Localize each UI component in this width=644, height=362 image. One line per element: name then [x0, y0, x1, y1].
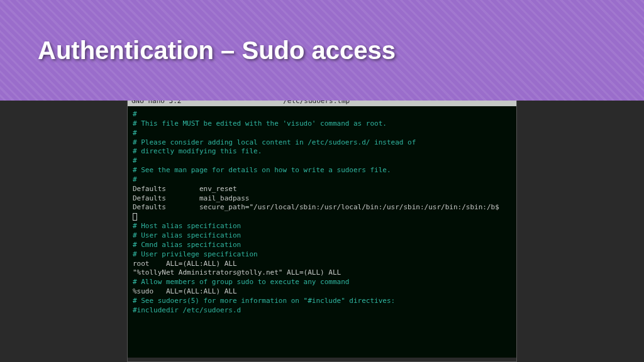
terminal-line — [133, 212, 511, 222]
editor-content[interactable]: ## This file MUST be edited with the 'vi… — [128, 106, 516, 358]
terminal-line: # See the man page for details on how to… — [133, 166, 511, 175]
terminal-line: # Please consider adding local content i… — [133, 138, 511, 148]
cursor-icon — [133, 213, 137, 221]
terminal-line: # — [133, 110, 511, 119]
terminal-line: # User privilege specification — [133, 250, 511, 260]
terminal-line: # directly modifying this file. — [133, 147, 511, 156]
terminal-line: Defaults secure_path="/usr/local/sbin:/u… — [133, 203, 511, 212]
slide-header: Authentication – Sudo access — [0, 0, 644, 101]
terminal-line: Defaults env_reset — [133, 185, 511, 194]
terminal-line: root ALL=(ALL:ALL) ALL — [133, 260, 511, 269]
terminal-line: #includedir /etc/sudoers.d — [133, 306, 511, 315]
terminal-line: # Host alias specification — [133, 222, 511, 231]
terminal-line: # — [133, 175, 511, 185]
slide-title: Authentication – Sudo access — [38, 36, 396, 65]
terminal-line: # User alias specification — [133, 231, 511, 241]
terminal-line: "%tollyNet Administrators@tolly.net" ALL… — [133, 268, 511, 278]
slide-body: GNU nano 3.2 /etc/sudoers.tmp ## This fi… — [0, 101, 644, 362]
terminal-line: # This file MUST be edited with the 'vis… — [133, 119, 511, 129]
terminal-window: GNU nano 3.2 /etc/sudoers.tmp ## This fi… — [127, 96, 517, 362]
terminal-line: # — [133, 129, 511, 138]
terminal-line: Defaults mail_badpass — [133, 194, 511, 204]
terminal-line: # See sudoers(5) for more information on… — [133, 297, 511, 306]
terminal-line: # Allow members of group sudo to execute… — [133, 278, 511, 287]
terminal-line: %sudo ALL=(ALL:ALL) ALL — [133, 287, 511, 297]
terminal-line: # — [133, 156, 511, 166]
terminal-line: # Cmnd alias specification — [133, 241, 511, 250]
